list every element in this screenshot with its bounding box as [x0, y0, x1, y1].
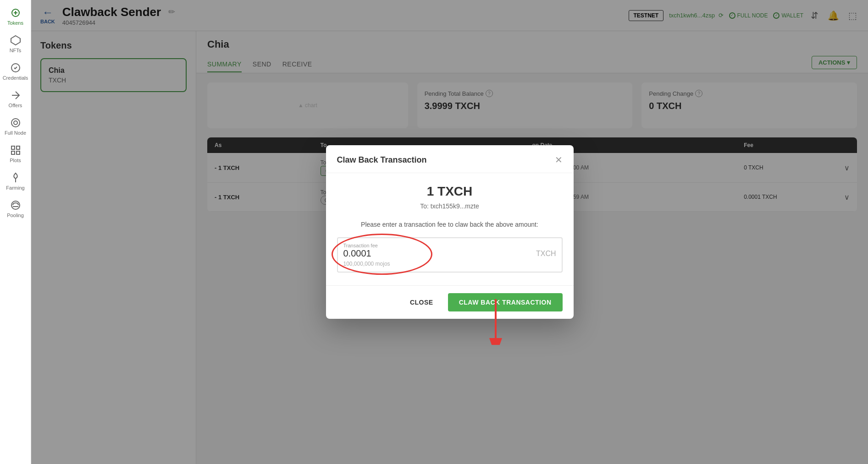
- claw-back-modal: Claw Back Transaction ✕ 1 TXCH To: txch1…: [326, 145, 574, 319]
- fee-hint: 100,000,000 mojos: [343, 261, 556, 267]
- sidebar-item-tokens[interactable]: Tokens: [0, 4, 31, 29]
- modal-body: 1 TXCH To: txch155k9...mzte Please enter…: [326, 173, 574, 285]
- modal-header: Claw Back Transaction ✕: [326, 145, 574, 173]
- sidebar-label-fullnode: Full Node: [5, 130, 26, 136]
- svg-rect-8: [11, 151, 15, 154]
- sidebar-label-farming: Farming: [6, 185, 24, 191]
- fee-currency: TXCH: [536, 250, 556, 258]
- modal-description: Please enter a transaction fee to claw b…: [337, 221, 563, 228]
- svg-point-4: [11, 119, 20, 127]
- sidebar-label-plots: Plots: [10, 158, 21, 163]
- modal-close-button[interactable]: ✕: [555, 154, 563, 165]
- svg-rect-6: [17, 146, 20, 149]
- main-content: ← BACK Clawback Sender ✏ 4045726944 TEST…: [31, 0, 868, 464]
- sidebar-label-offers: Offers: [9, 103, 22, 108]
- sidebar-item-plots[interactable]: Plots: [0, 141, 31, 167]
- modal-footer: CLOSE CLAW BACK TRANSACTION: [326, 285, 574, 319]
- fee-input[interactable]: [343, 248, 435, 259]
- sidebar-item-pooling[interactable]: Pooling: [0, 196, 31, 222]
- sidebar-item-farming[interactable]: Farming: [0, 169, 31, 194]
- svg-marker-1: [11, 36, 20, 45]
- sidebar-label-pooling: Pooling: [7, 213, 24, 218]
- fee-label: Transaction fee: [343, 243, 556, 248]
- svg-rect-7: [17, 151, 20, 154]
- sidebar-item-nfts[interactable]: NFTs: [0, 31, 31, 57]
- sidebar-label-tokens: Tokens: [7, 20, 23, 26]
- sidebar-item-credentials[interactable]: Credentials: [0, 59, 31, 84]
- close-button[interactable]: CLOSE: [403, 295, 441, 310]
- fee-input-area: Transaction fee TXCH 100,000,000 mojos: [337, 237, 563, 273]
- claw-back-transaction-button[interactable]: CLAW BACK TRANSACTION: [448, 293, 563, 311]
- svg-rect-5: [11, 146, 15, 149]
- fee-input-container: Transaction fee TXCH 100,000,000 mojos: [337, 237, 563, 273]
- sidebar-label-credentials: Credentials: [3, 75, 28, 81]
- modal-amount: 1 TXCH: [337, 184, 563, 199]
- fee-row: TXCH: [343, 248, 556, 259]
- modal-title: Claw Back Transaction: [337, 155, 427, 165]
- svg-point-3: [14, 121, 17, 125]
- sidebar-item-offers[interactable]: Offers: [0, 86, 31, 112]
- sidebar: Tokens NFTs Credentials Offers Full Node: [0, 0, 31, 464]
- sidebar-label-nfts: NFTs: [10, 48, 22, 53]
- sidebar-item-fullnode[interactable]: Full Node: [0, 114, 31, 139]
- modal-overlay[interactable]: Claw Back Transaction ✕ 1 TXCH To: txch1…: [31, 0, 868, 464]
- modal-to: To: txch155k9...mzte: [337, 202, 563, 210]
